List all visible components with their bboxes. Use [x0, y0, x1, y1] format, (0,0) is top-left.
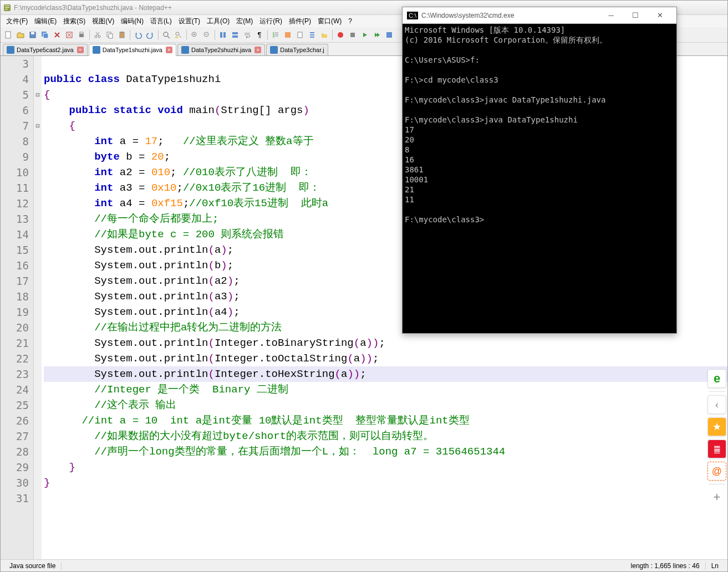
tab-3[interactable]: DataType3char.j: [266, 44, 328, 55]
svg-rect-24: [223, 32, 226, 38]
svg-rect-27: [273, 32, 274, 38]
zoom-in-icon[interactable]: [189, 29, 200, 40]
menu-file[interactable]: 文件(F): [3, 16, 31, 27]
zoom-out-icon[interactable]: [201, 29, 212, 40]
svg-point-12: [95, 35, 97, 38]
undo-icon[interactable]: [133, 29, 144, 40]
tab-1[interactable]: DataType1shuzhi.java×: [89, 44, 176, 56]
sidebar-at-icon[interactable]: @: [707, 462, 726, 481]
sidebar-favorite-icon[interactable]: ★: [707, 417, 726, 436]
tab-close-icon[interactable]: ×: [166, 47, 172, 53]
cmd-icon: C:\: [407, 12, 418, 19]
menu-plugins[interactable]: 插件(P): [286, 16, 314, 27]
menu-language[interactable]: 语言(L): [147, 16, 175, 27]
stop-macro-icon[interactable]: [347, 29, 358, 40]
wrap-icon[interactable]: [242, 29, 253, 40]
play-macro-icon[interactable]: [359, 29, 370, 40]
tab-0[interactable]: DataType5cast2.java×: [3, 44, 88, 55]
tab-label: DataType2shuzhi.java: [191, 47, 251, 53]
npp-app-icon: [3, 3, 12, 12]
svg-rect-31: [350, 33, 355, 37]
status-pos: Ln: [706, 562, 724, 570]
tab-label: DataType1shuzhi.java: [103, 47, 162, 53]
menu-encoding[interactable]: 编码(N): [118, 16, 147, 27]
file-icon: [181, 46, 189, 54]
menu-window[interactable]: 窗口(W): [314, 16, 345, 27]
svg-rect-29: [298, 32, 302, 38]
sync-h-icon[interactable]: [230, 29, 241, 40]
cmd-body[interactable]: Microsoft Windows [版本 10.0.14393] (c) 20…: [403, 24, 676, 226]
svg-rect-4: [6, 32, 11, 38]
new-file-icon[interactable]: [3, 29, 14, 40]
copy-icon[interactable]: [104, 29, 115, 40]
indent-guide-icon[interactable]: [270, 29, 281, 40]
tab-label: DataType5cast2.java: [17, 47, 74, 53]
cut-icon[interactable]: [92, 29, 103, 40]
svg-rect-17: [121, 32, 123, 33]
svg-rect-11: [80, 32, 83, 34]
record-macro-icon[interactable]: [335, 29, 346, 40]
menu-edit[interactable]: 编辑(E): [31, 16, 60, 27]
close-button[interactable]: ✕: [648, 8, 672, 23]
doc-map-icon[interactable]: [294, 29, 306, 40]
minimize-button[interactable]: ─: [599, 8, 623, 23]
svg-rect-28: [285, 32, 291, 38]
svg-rect-16: [120, 32, 124, 38]
menu-view[interactable]: 视图(V): [89, 16, 118, 27]
func-list-icon[interactable]: [307, 29, 318, 40]
svg-point-19: [176, 32, 179, 35]
sync-v-icon[interactable]: [217, 29, 228, 40]
svg-rect-25: [232, 32, 238, 34]
menu-search[interactable]: 搜索(S): [60, 16, 89, 27]
close-icon[interactable]: [52, 29, 63, 40]
tab-2[interactable]: DataType2shuzhi.java×: [177, 44, 265, 55]
svg-rect-1: [5, 6, 9, 6]
status-bar: Java source file length : 1,665 lines : …: [1, 559, 727, 571]
svg-rect-26: [232, 35, 238, 38]
fold-margin[interactable]: ⊟ ⊟: [34, 56, 42, 559]
close-all-icon[interactable]: [64, 29, 75, 40]
paste-icon[interactable]: [116, 29, 128, 40]
menu-help[interactable]: ?: [345, 16, 355, 26]
folder-icon[interactable]: [319, 29, 330, 40]
svg-rect-23: [220, 32, 222, 38]
cmd-title-text: C:\Windows\system32\cmd.exe: [421, 12, 599, 19]
show-all-chars-icon[interactable]: ¶: [254, 29, 265, 40]
svg-rect-10: [79, 34, 84, 37]
menu-macro[interactable]: 宏(M): [233, 16, 256, 27]
menu-settings[interactable]: 设置(T): [175, 16, 203, 27]
print-icon[interactable]: [76, 29, 87, 40]
svg-point-30: [338, 32, 343, 38]
svg-rect-6: [31, 32, 34, 34]
play-multi-icon[interactable]: [371, 29, 383, 40]
tab-close-icon[interactable]: ×: [77, 47, 84, 53]
lang-icon[interactable]: [282, 29, 293, 40]
sidebar-weibo-icon[interactable]: ䷀: [707, 440, 726, 458]
menu-tools[interactable]: 工具(O): [203, 16, 233, 27]
status-lang: Java source file: [4, 562, 62, 570]
sidebar-add-icon[interactable]: +: [707, 488, 726, 507]
save-all-icon[interactable]: [39, 29, 50, 40]
redo-icon[interactable]: [145, 29, 156, 40]
tab-close-icon[interactable]: ×: [254, 47, 261, 53]
svg-rect-2: [5, 7, 9, 8]
replace-icon[interactable]: [173, 29, 184, 40]
svg-point-18: [164, 32, 168, 37]
sidebar-back-icon[interactable]: ‹: [707, 395, 726, 414]
cmd-titlebar[interactable]: C:\ C:\Windows\system32\cmd.exe ─ ☐ ✕: [403, 7, 676, 24]
svg-rect-20: [175, 37, 178, 38]
save-macro-icon[interactable]: [384, 29, 395, 40]
menu-run[interactable]: 运行(R): [256, 16, 286, 27]
line-gutter: 3456789101112131415161718192021222324252…: [1, 56, 34, 559]
maximize-button[interactable]: ☐: [623, 8, 648, 23]
cmd-window[interactable]: C:\ C:\Windows\system32\cmd.exe ─ ☐ ✕ Mi…: [402, 7, 677, 334]
svg-rect-32: [386, 32, 392, 38]
browser-sidebar: e ‹ ★ ䷀ @ +: [706, 366, 728, 510]
save-icon[interactable]: [27, 29, 38, 40]
open-file-icon[interactable]: [15, 29, 26, 40]
file-icon: [93, 46, 100, 54]
find-icon[interactable]: [161, 29, 172, 40]
svg-rect-8: [43, 33, 48, 38]
sidebar-browser-icon[interactable]: e: [707, 369, 726, 388]
svg-point-13: [98, 35, 100, 38]
